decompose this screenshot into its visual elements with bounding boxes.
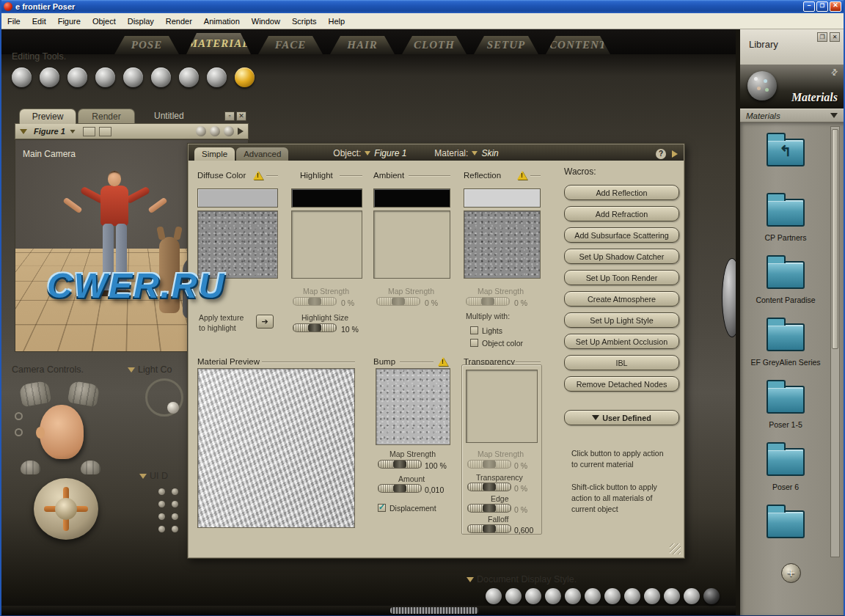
animation-drawer-handle[interactable]: [390, 607, 478, 614]
tool-view-magnifier[interactable]: [207, 67, 227, 87]
tab-pose[interactable]: POSE: [104, 36, 189, 54]
menu-scripts[interactable]: Scripts: [286, 15, 323, 28]
menu-edit[interactable]: Edit: [26, 15, 52, 28]
highlight-texture-preview[interactable]: [291, 210, 362, 279]
ui-dot-8[interactable]: [172, 526, 178, 532]
joystick-icon[interactable]: [210, 126, 220, 136]
display-style-smooth-lined[interactable]: [684, 588, 700, 604]
bump-map-strength-slider[interactable]: [378, 460, 422, 469]
transparency-map-strength-slider[interactable]: [467, 460, 511, 469]
tab-preview[interactable]: Preview: [19, 109, 76, 124]
display-style-wireframe[interactable]: [525, 588, 541, 604]
display-style-smooth-shaded[interactable]: [664, 588, 680, 604]
light-indicator[interactable]: [167, 402, 179, 414]
expand-icon[interactable]: [238, 128, 244, 135]
camera-trackball[interactable]: [34, 478, 98, 540]
reflection-color-swatch[interactable]: [464, 188, 541, 208]
menu-animation[interactable]: Animation: [198, 15, 246, 28]
ui-dot-6[interactable]: [172, 513, 178, 520]
displacement-checkbox[interactable]: [378, 504, 386, 512]
ui-dot-3[interactable]: [158, 501, 165, 507]
library-dock-icon[interactable]: ❐: [817, 32, 827, 42]
minimize-button[interactable]: [803, 1, 815, 12]
edge-slider[interactable]: [467, 504, 511, 513]
menu-display[interactable]: Display: [122, 15, 160, 28]
wacro-create-atmosphere[interactable]: Create Atmosphere: [564, 291, 679, 307]
reflection-warning-icon[interactable]: [517, 171, 527, 180]
library-scrollbar[interactable]: [830, 126, 840, 557]
transparency-slider[interactable]: [467, 483, 511, 491]
tool-scale[interactable]: [123, 67, 143, 87]
wacro-remove-detached-nodes[interactable]: Remove Detached Nodes: [564, 376, 679, 392]
highlight-color-swatch[interactable]: [291, 188, 362, 208]
collapse-triangle-icon[interactable]: [467, 577, 474, 582]
bump-warning-icon[interactable]: [438, 357, 448, 366]
tab-cloth[interactable]: CLOTH: [392, 36, 477, 54]
folder-content-paradise[interactable]: Content Paradise: [743, 261, 828, 304]
diffuse-warning-icon[interactable]: [253, 171, 263, 180]
close-button[interactable]: [830, 1, 841, 12]
display-style-cartoon-lined[interactable]: [644, 588, 660, 604]
material-value[interactable]: Skin: [481, 148, 498, 158]
display-style-lit-wireframe[interactable]: [565, 588, 581, 604]
pose-dots-icon[interactable]: [83, 127, 95, 136]
folder-poser-1-5[interactable]: Poser 1-5: [743, 386, 828, 429]
folder-up[interactable]: ↰: [743, 139, 828, 166]
wacro-set-up-ambient-occlusion[interactable]: Set Up Ambient Occlusion: [564, 334, 679, 349]
ui-dot-5[interactable]: [158, 513, 165, 520]
reflection-texture-preview[interactable]: [464, 210, 541, 279]
tab-content[interactable]: CONTENT: [535, 36, 621, 54]
library-close-icon[interactable]: ✕: [830, 32, 840, 42]
reflection-map-strength-slider[interactable]: [466, 297, 510, 306]
highlight-size-slider[interactable]: [293, 323, 337, 332]
ui-dot-2[interactable]: [172, 488, 178, 495]
tab-face[interactable]: FACE: [248, 36, 333, 54]
wacro-set-up-toon-render[interactable]: Set Up Toon Render: [564, 270, 679, 285]
bump-amount-slider[interactable]: [378, 484, 422, 493]
folder-partial[interactable]: [743, 510, 828, 538]
tab-advanced[interactable]: Advanced: [236, 147, 288, 161]
trackball-icon[interactable]: [196, 126, 206, 136]
ambient-color-swatch[interactable]: [373, 188, 450, 208]
apply-texture-button[interactable]: ➔: [256, 315, 274, 329]
tab-simple[interactable]: Simple: [194, 147, 235, 161]
wacro-set-up-light-style[interactable]: Set Up Light Style: [564, 312, 679, 328]
figure-selector[interactable]: Figure 1: [34, 127, 65, 136]
wacro-add-refraction[interactable]: Add Refraction: [564, 206, 679, 221]
tool-color[interactable]: [235, 67, 255, 87]
ambient-map-strength-slider[interactable]: [376, 297, 420, 306]
display-style-flat-lined[interactable]: [604, 588, 621, 604]
collapse-triangle-icon[interactable]: [128, 367, 135, 373]
menu-object[interactable]: Object: [87, 15, 122, 28]
camera-key-icon[interactable]: [15, 428, 23, 436]
resize-grip[interactable]: [670, 543, 681, 554]
wacro-set-up-shadow-catcher[interactable]: Set Up Shadow Catcher: [564, 249, 679, 264]
add-to-library-button[interactable]: +: [781, 563, 801, 583]
object-color-checkbox[interactable]: [470, 339, 478, 347]
face-camera-control[interactable]: [40, 405, 84, 459]
display-style-flat-shaded[interactable]: [585, 588, 601, 604]
swap-arrows-icon[interactable]: ⇄: [829, 67, 841, 78]
menu-figure[interactable]: Figure: [52, 15, 87, 28]
falloff-slider[interactable]: [467, 524, 511, 533]
lefthand-camera-control[interactable]: [21, 461, 40, 474]
tool-translate[interactable]: [67, 67, 87, 87]
wacro-add-reflection[interactable]: Add Reflection: [564, 185, 679, 200]
ui-dot-4[interactable]: [172, 501, 178, 507]
figure-menu-icon[interactable]: [20, 129, 27, 134]
camera-link-icon[interactable]: [15, 412, 23, 420]
tab-render[interactable]: Render: [78, 109, 135, 124]
camera-hand-right-icon[interactable]: [67, 381, 100, 407]
transparency-texture-preview[interactable]: [466, 370, 538, 443]
collapse-triangle-icon[interactable]: [139, 474, 147, 479]
tab-material[interactable]: MATERIAL: [176, 33, 261, 54]
tool-chain-break[interactable]: [179, 67, 199, 87]
help-icon[interactable]: ?: [656, 149, 666, 159]
next-arrow-icon[interactable]: [672, 150, 678, 158]
material-preview-image[interactable]: [197, 368, 355, 528]
diffuse-color-swatch[interactable]: [197, 188, 278, 208]
dock-icon[interactable]: ▫: [224, 111, 235, 121]
folder-cp-partners[interactable]: CP Partners: [743, 199, 828, 242]
tool-translate-z[interactable]: [95, 67, 115, 87]
object-value[interactable]: Figure 1: [374, 148, 406, 158]
